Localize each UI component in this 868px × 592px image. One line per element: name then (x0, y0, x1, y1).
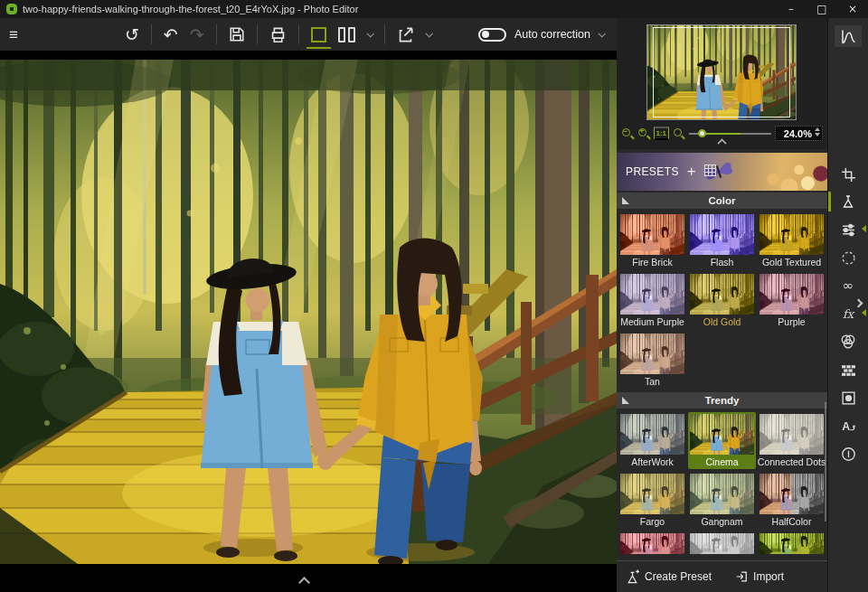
share-chevron-icon[interactable] (425, 30, 432, 37)
histogram-icon (840, 28, 857, 45)
window-controls: – □ × (776, 0, 868, 18)
titlebar: two-happy-friends-walking-through-the-fo… (0, 0, 868, 18)
preset-tile-purple[interactable]: Purple (758, 272, 826, 329)
navigator-view-rect[interactable] (653, 27, 790, 117)
svg-text:A: A (842, 420, 850, 433)
preset-tile-fargo[interactable]: Fargo (618, 472, 686, 529)
preset-label: Gold Textured (762, 255, 821, 269)
presets-footer: Create Preset Import (617, 560, 827, 592)
zoom-slider-handle[interactable] (698, 129, 706, 137)
window-title: two-happy-friends-walking-through-the-fo… (23, 4, 358, 14)
histogram-button[interactable] (835, 25, 862, 47)
create-preset-button[interactable]: Create Preset (626, 569, 712, 584)
zoom-value-box (775, 126, 823, 141)
preset-sections: Color Fire Brick Flash Gold Textured Med… (617, 191, 827, 560)
selection-tool-button[interactable] (835, 247, 862, 268)
reset-icon[interactable]: ↺ (125, 23, 139, 46)
effects-badge-icon (862, 309, 866, 316)
color-presets-grid: Fire Brick Flash Gold Textured Medium Pu… (617, 209, 827, 390)
adjustments-sliders-icon (841, 222, 856, 238)
undo-icon[interactable]: ↶ (164, 23, 178, 46)
split-view-button[interactable] (338, 27, 355, 42)
vignette-tool-button[interactable] (835, 387, 862, 409)
presets-header: PRESETS + (617, 153, 827, 191)
share-button[interactable] (397, 23, 414, 46)
trendy-presets-grid: AfterWork Cinema Connected Dots Fargo Ga… (617, 409, 827, 556)
image-canvas[interactable] (0, 52, 617, 592)
texture-tool-button[interactable] (835, 359, 862, 381)
preset-label: Old Gold (703, 315, 741, 329)
print-button[interactable] (269, 23, 287, 46)
texture-grid-icon (841, 362, 856, 378)
auto-correction-chevron-icon[interactable] (598, 30, 605, 37)
preset-thumbnail (620, 334, 684, 374)
save-button[interactable] (229, 23, 245, 46)
close-button[interactable]: × (837, 0, 868, 18)
zoom-slider[interactable] (689, 127, 771, 140)
zoom-spinner[interactable] (815, 127, 820, 136)
add-preset-icon[interactable]: + (687, 164, 696, 179)
zoom-out-icon[interactable]: − (621, 127, 634, 140)
single-view-button[interactable] (311, 27, 326, 42)
preset-tile-gold-textured[interactable]: Gold Textured (758, 212, 826, 269)
import-preset-button[interactable]: Import (735, 570, 784, 583)
toolbar-separator (384, 24, 385, 44)
repair-tool-button[interactable]: ∞ (835, 275, 862, 296)
auto-correction-toggle[interactable] (478, 28, 506, 42)
fit-image-icon[interactable] (673, 127, 685, 140)
preset-tile-partial[interactable] (758, 531, 826, 554)
preset-tile-connected-dots[interactable]: Connected Dots (758, 412, 826, 469)
preset-label: Flash (711, 255, 734, 269)
zoom-in-icon[interactable]: + (637, 127, 650, 140)
section-header-color[interactable]: Color (617, 193, 827, 209)
navigator-pane: − + 1:1 (617, 18, 827, 149)
redo-icon[interactable]: ↷ (190, 23, 204, 46)
panel-scrollbar[interactable] (825, 402, 826, 522)
info-icon (841, 446, 856, 462)
preset-label: Fargo (640, 514, 665, 529)
presets-tool-button[interactable] (835, 191, 862, 212)
preset-label: Purple (778, 315, 805, 329)
preset-tile-flash[interactable]: Flash (688, 212, 756, 269)
adjustments-tool-button[interactable] (835, 219, 862, 240)
app-logo-icon (6, 4, 17, 14)
preset-tile-partial[interactable] (618, 531, 686, 554)
selection-marquee-icon (841, 250, 856, 266)
preset-thumbnail (620, 274, 684, 315)
preset-tile-partial[interactable] (688, 531, 756, 554)
tool-strip: ∞ fx A (827, 18, 868, 592)
preset-tile-halfcolor[interactable]: HalfColor (758, 472, 826, 529)
crop-icon (841, 167, 856, 183)
colors-tool-button[interactable] (835, 331, 862, 352)
filmstrip-expand-caret[interactable] (298, 577, 310, 588)
toolbar-separator (216, 24, 217, 44)
crop-tool-button[interactable] (835, 164, 862, 185)
maximize-button[interactable]: □ (807, 0, 837, 18)
preset-tile-gangnam[interactable]: Gangnam (688, 472, 756, 529)
preset-thumbnail (620, 214, 684, 255)
preset-tile-fire-brick[interactable]: Fire Brick (618, 212, 686, 269)
preset-grid-icon[interactable] (704, 164, 716, 179)
navigator-thumbnail[interactable] (646, 24, 797, 120)
preset-tile-cinema[interactable]: Cinema (688, 412, 756, 469)
view-options-chevron-icon[interactable] (366, 30, 373, 37)
collapse-triangle-icon (622, 197, 629, 204)
section-header-trendy[interactable]: Trendy (617, 392, 827, 409)
info-button[interactable] (835, 443, 862, 465)
repair-icon: ∞ (843, 277, 854, 294)
preset-tile-medium-purple[interactable]: Medium Purple (618, 272, 686, 329)
text-tool-button[interactable]: A (835, 415, 862, 437)
preset-tile-tan[interactable]: Tan (618, 332, 686, 389)
minimize-button[interactable]: – (776, 0, 807, 18)
active-tool-indicator (828, 192, 831, 211)
print-icon (269, 26, 287, 43)
preset-thumbnail (690, 533, 754, 554)
actual-size-icon[interactable]: 1:1 (654, 127, 669, 140)
menu-icon[interactable]: ≡ (9, 27, 18, 42)
preset-thumbnail (760, 274, 824, 315)
preset-label: Gangnam (701, 514, 742, 529)
preset-thumbnail (690, 274, 754, 315)
preset-tile-old-gold[interactable]: Old Gold (688, 272, 756, 329)
zoom-value-input[interactable] (776, 128, 812, 139)
preset-tile-afterwork[interactable]: AfterWork (618, 412, 686, 469)
